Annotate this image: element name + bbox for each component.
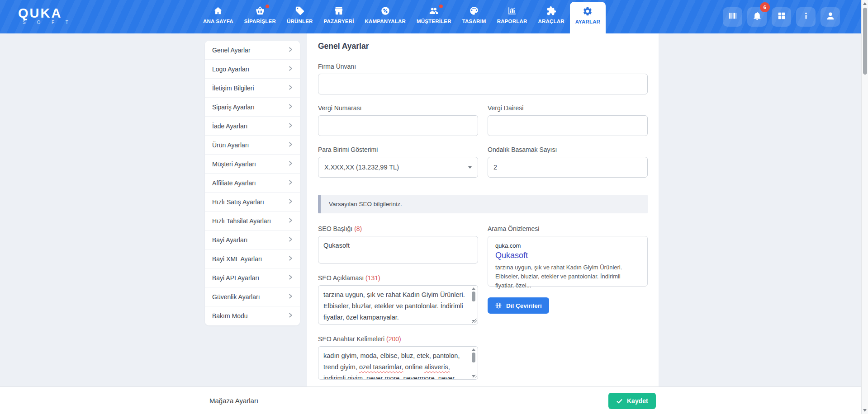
- nav-item-m-teri-ler[interactable]: MÜŞTERİLER: [411, 0, 457, 33]
- scrollbar-thumb[interactable]: [472, 353, 475, 362]
- seo-title-count: (8): [354, 225, 362, 232]
- sidebar-item-genel-ayarlar[interactable]: Genel Ayarlar: [205, 41, 300, 60]
- puzzle-icon: [546, 6, 556, 16]
- sidebar-item-label: Affiliate Ayarları: [212, 179, 256, 187]
- sidebar-item-affiliate-ayarlar-[interactable]: Affiliate Ayarları: [205, 174, 300, 193]
- footer-title: Mağaza Ayarları: [209, 397, 258, 405]
- sidebar-item-bak-m-modu[interactable]: Bakım Modu: [205, 306, 300, 325]
- decimal-places-input[interactable]: [488, 157, 648, 178]
- globe-icon: [495, 302, 502, 309]
- company-title-input[interactable]: [318, 74, 648, 94]
- sidebar-item-label: Hızlı Tahsilat Ayarları: [212, 217, 271, 225]
- nav-item-ayarlar[interactable]: AYARLAR: [570, 2, 606, 33]
- tax-number-input[interactable]: [318, 115, 478, 136]
- chevron-right-icon: [288, 312, 293, 320]
- chevron-right-icon: [288, 66, 293, 73]
- nav-item-si-pari-ler[interactable]: SİPARİŞLER: [239, 0, 281, 33]
- chevron-right-icon: [288, 236, 293, 244]
- window-scrollbar[interactable]: [861, 0, 868, 414]
- sidebar-item-bayi-xml-ayarlar-[interactable]: Bayi XML Ayarları: [205, 249, 300, 268]
- scroll-up-icon[interactable]: [472, 287, 475, 290]
- scrollbar-thumb[interactable]: [472, 292, 475, 301]
- seo-keywords-count: (200): [386, 335, 401, 343]
- notifications-button[interactable]: 6: [747, 7, 767, 27]
- chevron-down-icon: [468, 166, 472, 169]
- chevron-right-icon: [288, 198, 293, 206]
- gear-icon: [583, 6, 593, 16]
- scroll-down-icon[interactable]: [863, 409, 867, 412]
- percent-icon: [380, 6, 390, 16]
- scrollbar-thumb[interactable]: [863, 8, 867, 75]
- seo-keywords-textarea[interactable]: kadın giyim, moda, elbise, bluz, etek, p…: [318, 346, 478, 380]
- seo-info-banner: Varsayılan SEO bilgileriniz.: [318, 195, 648, 213]
- nav-item-pazaryeri-[interactable]: PAZARYERİ: [318, 0, 360, 33]
- sidebar-item-m-teri-ayarlar-[interactable]: Müşteri Ayarları: [205, 155, 300, 174]
- search-preview-label: Arama Önizlemesi: [488, 225, 648, 232]
- scroll-up-icon[interactable]: [863, 2, 867, 5]
- account-button[interactable]: [821, 7, 840, 27]
- sidebar-item-h-zl-sat-ayarlar-[interactable]: Hızlı Satış Ayarları: [205, 193, 300, 212]
- sidebar-item-bayi-api-ayarlar-[interactable]: Bayi API Ayarları: [205, 268, 300, 287]
- search-preview-card: quka.com Qukasoft tarzına uygun, şık ve …: [488, 236, 648, 287]
- seo-title-label: SEO Başlığı: [318, 225, 352, 232]
- nav-item-label: MÜŞTERİLER: [417, 19, 451, 24]
- nav-item-label: AYARLAR: [575, 19, 601, 24]
- nav-item--r-nler[interactable]: ÜRÜNLER: [281, 0, 318, 33]
- resize-handle[interactable]: [472, 374, 477, 378]
- chevron-right-icon: [288, 141, 293, 149]
- chevron-right-icon: [288, 293, 293, 301]
- scroll-up-icon[interactable]: [472, 348, 475, 351]
- check-icon: [616, 398, 623, 405]
- sidebar-item-label: Hızlı Satış Ayarları: [212, 198, 264, 206]
- sidebar-item-i-leti-im-bilgileri[interactable]: İletişim Bilgileri: [205, 79, 300, 98]
- currency-select[interactable]: X.XXX,XX (13.232,99 TL): [318, 157, 478, 178]
- translations-button[interactable]: Dil Çevirileri: [488, 297, 549, 314]
- seo-title-textarea[interactable]: Qukasoft: [318, 236, 478, 263]
- sidebar-item-sipari-ayarlar-[interactable]: Sipariş Ayarları: [205, 98, 300, 117]
- navbar-quick-actions: 6: [723, 0, 840, 33]
- basket-icon: [255, 6, 265, 16]
- seo-keywords-value: kadın giyim, moda, elbise, bluz, etek, p…: [323, 352, 460, 380]
- nav-item-ara-lar[interactable]: ARAÇLAR: [532, 0, 569, 33]
- tax-office-input[interactable]: [488, 115, 648, 136]
- apps-button[interactable]: [772, 7, 791, 27]
- sidebar-item--r-n-ayarlar-[interactable]: Ürün Ayarları: [205, 136, 300, 155]
- sidebar-item-logo-ayarlar-[interactable]: Logo Ayarları: [205, 60, 300, 79]
- resize-handle[interactable]: [472, 319, 477, 323]
- nav-item-label: ANA SAYFA: [203, 19, 233, 24]
- barcode-icon: [728, 11, 738, 23]
- preview-description: tarzına uygun, şık ve rahat Kadın Giyim …: [495, 263, 640, 290]
- nav-item-label: TASARIM: [462, 19, 486, 24]
- brand-logo[interactable]: QUKA S O F T: [18, 0, 79, 33]
- navbar: QUKA S O F T ANA SAYFASİPARİŞLERÜRÜNLERP…: [0, 0, 868, 33]
- palette-icon: [469, 6, 479, 16]
- nav-item-tasarim[interactable]: TASARIM: [457, 0, 492, 33]
- sidebar-item-bayi-ayarlar-[interactable]: Bayi Ayarları: [205, 231, 300, 249]
- nav-item-kampanyalar[interactable]: KAMPANYALAR: [360, 0, 411, 33]
- main-nav: ANA SAYFASİPARİŞLERÜRÜNLERPAZARYERİKAMPA…: [198, 0, 606, 33]
- sidebar-item-label: Güvenlik Ayarları: [212, 293, 260, 301]
- nav-item-ana-sayfa[interactable]: ANA SAYFA: [198, 0, 239, 33]
- sidebar-item-h-zl-tahsilat-ayarlar-[interactable]: Hızlı Tahsilat Ayarları: [205, 212, 300, 231]
- nav-item-raporlar[interactable]: RAPORLAR: [492, 0, 533, 33]
- textarea-scrollbar[interactable]: [470, 287, 477, 323]
- sidebar-item-label: Bayi API Ayarları: [212, 274, 259, 282]
- seo-description-label: SEO Açıklaması: [318, 274, 364, 282]
- seo-keywords-label: SEO Anahtar Kelimeleri: [318, 335, 384, 343]
- nav-item-label: PAZARYERİ: [324, 19, 354, 24]
- footer-bar: Mağaza Ayarları Kaydet: [0, 386, 868, 414]
- sidebar-item-i-ade-ayarlar-[interactable]: İade Ayarları: [205, 117, 300, 136]
- sidebar-item-label: Sipariş Ayarları: [212, 104, 255, 111]
- tag-icon: [295, 6, 305, 16]
- preview-title-link: Qukasoft: [495, 251, 640, 260]
- sidebar-item-g-venlik-ayarlar-[interactable]: Güvenlik Ayarları: [205, 287, 300, 306]
- currency-select-value: X.XXX,XX (13.232,99 TL): [324, 164, 399, 171]
- save-button[interactable]: Kaydet: [608, 393, 656, 409]
- nav-item-label: SİPARİŞLER: [244, 19, 276, 24]
- help-button[interactable]: [796, 7, 816, 27]
- seo-description-textarea[interactable]: tarzına uygun, şık ve rahat Kadın Giyim …: [318, 285, 478, 325]
- barcode-button[interactable]: [723, 7, 742, 27]
- sidebar-item-label: Bayi Ayarları: [212, 236, 247, 244]
- chevron-right-icon: [288, 104, 293, 111]
- chart-icon: [507, 6, 517, 16]
